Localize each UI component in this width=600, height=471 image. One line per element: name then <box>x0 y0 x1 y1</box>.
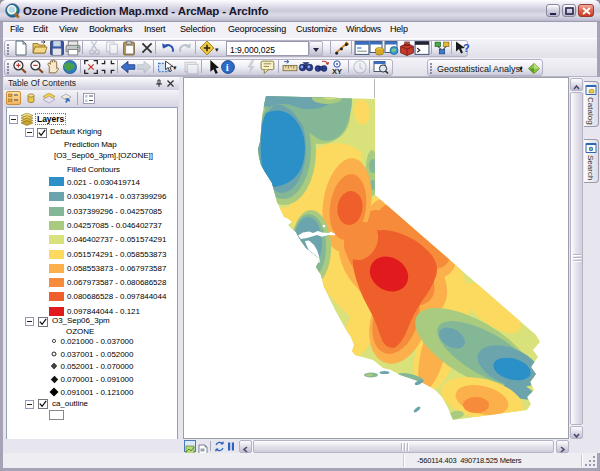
svg-text:XY: XY <box>332 67 342 76</box>
svg-text:i: i <box>226 62 229 73</box>
svg-text:?: ? <box>463 42 470 54</box>
